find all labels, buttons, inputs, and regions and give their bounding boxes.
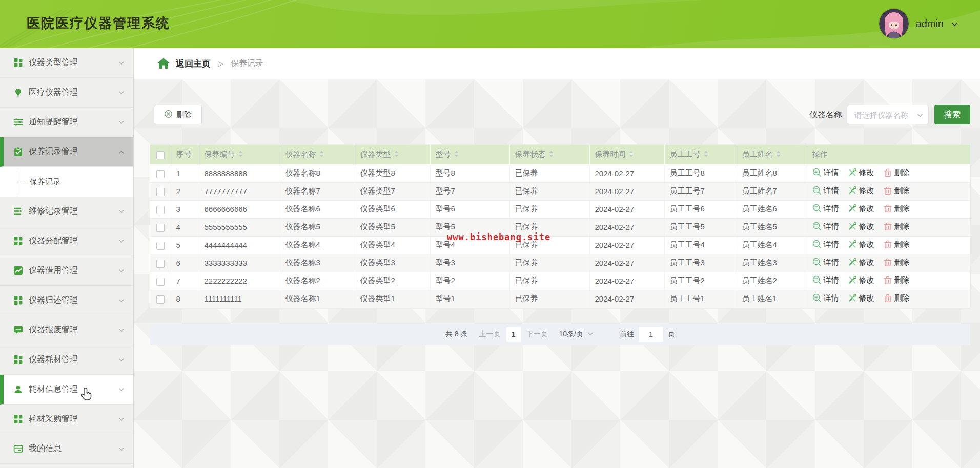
row-checkbox[interactable] <box>156 278 165 286</box>
row-action-detail[interactable]: 详情 <box>812 258 839 267</box>
cell-index: 7 <box>171 272 199 290</box>
content-area: 删除 仪器名称 搜索 序号保养编号仪器名称仪器类型型号保养状态保养时间员工工号员… <box>133 79 980 468</box>
pagination-next-button[interactable]: 下一页 <box>526 330 548 339</box>
row-checkbox[interactable] <box>156 295 165 304</box>
instrument-name-select[interactable] <box>847 105 929 124</box>
row-action-trash[interactable]: 删除 <box>883 293 910 303</box>
row-action-trash[interactable]: 删除 <box>883 168 910 178</box>
column-header[interactable]: 保养编号 <box>199 145 280 164</box>
page-size-select[interactable]: 10条/页 <box>559 330 594 339</box>
goto-page-input[interactable] <box>639 327 663 342</box>
row-action-label: 详情 <box>824 204 839 214</box>
sort-caret-icon[interactable] <box>394 150 399 158</box>
pagination-prev-button[interactable]: 上一页 <box>479 330 501 339</box>
row-action-edit[interactable]: 修改 <box>848 240 874 249</box>
watermark: www.bishebang.site <box>447 232 550 242</box>
sort-caret-icon[interactable] <box>454 150 459 158</box>
row-action-trash[interactable]: 删除 <box>883 204 910 214</box>
bulb-icon <box>13 88 23 98</box>
row-action-detail[interactable]: 详情 <box>812 293 839 303</box>
sidebar-item[interactable]: 仪器借用管理 <box>0 256 133 286</box>
table-row: 81111111111仪器名称1仪器类型1型号1已保养2024-02-27员工工… <box>150 290 970 308</box>
sidebar-item[interactable]: 通知提醒管理 <box>0 108 133 137</box>
breadcrumb-separator: ▷ <box>218 59 223 68</box>
row-action-trash[interactable]: 删除 <box>883 258 910 267</box>
row-action-label: 详情 <box>824 293 839 303</box>
row-checkbox[interactable] <box>156 242 165 250</box>
detail-icon <box>812 293 822 303</box>
row-action-trash[interactable]: 删除 <box>883 240 910 249</box>
column-header[interactable]: 型号 <box>430 145 509 164</box>
row-checkbox[interactable] <box>156 224 165 232</box>
row-action-edit[interactable]: 修改 <box>848 293 874 303</box>
row-checkbox[interactable] <box>156 188 165 196</box>
column-header-label: 序号 <box>176 150 192 158</box>
column-header[interactable]: 员工姓名 <box>737 145 807 164</box>
row-action-label: 详情 <box>824 275 839 285</box>
select-all-checkbox[interactable] <box>156 151 165 159</box>
user-icon <box>13 385 23 395</box>
sidebar-item-label: 仪器类型管理 <box>29 57 118 68</box>
row-action-detail[interactable]: 详情 <box>812 275 839 285</box>
column-header-label: 保养编号 <box>205 150 235 158</box>
sidebar-item-label: 医疗仪器管理 <box>29 87 118 98</box>
row-action-edit[interactable]: 修改 <box>848 186 874 196</box>
column-header[interactable]: 员工工号 <box>664 145 737 164</box>
row-action-detail[interactable]: 详情 <box>812 168 839 178</box>
row-checkbox[interactable] <box>156 206 165 214</box>
cell-code: 5555555555 <box>199 218 280 236</box>
sidebar-item[interactable]: 仪器归还管理 <box>0 286 133 315</box>
sidebar-item[interactable]: 仪器分配管理 <box>0 226 133 256</box>
sidebar-item[interactable]: 耗材采购管理 <box>0 405 133 434</box>
search-button[interactable]: 搜索 <box>934 105 970 124</box>
row-action-edit[interactable]: 修改 <box>848 275 874 285</box>
sidebar-item[interactable]: 仪器报废管理 <box>0 315 133 345</box>
row-action-detail[interactable]: 详情 <box>812 222 839 231</box>
cell-type: 仪器类型7 <box>355 182 430 200</box>
sort-caret-icon[interactable] <box>548 150 554 158</box>
sidebar-item[interactable]: 维修记录管理 <box>0 197 133 226</box>
row-action-edit[interactable]: 修改 <box>848 168 874 178</box>
sidebar-item[interactable]: 耗材信息管理 <box>0 375 133 405</box>
row-action-detail[interactable]: 详情 <box>812 204 839 214</box>
cell-name: 仪器名称1 <box>280 290 355 308</box>
column-header[interactable]: 仪器类型 <box>355 145 430 164</box>
row-action-detail[interactable]: 详情 <box>812 240 839 249</box>
row-actions-cell: 详情修改删除 <box>807 290 970 308</box>
column-header[interactable]: 仪器名称 <box>280 145 355 164</box>
sort-caret-icon[interactable] <box>775 150 781 158</box>
row-action-edit[interactable]: 修改 <box>848 204 874 214</box>
instrument-name-select-input[interactable] <box>853 110 916 120</box>
sort-caret-icon[interactable] <box>703 150 709 158</box>
sidebar-item-label: 仪器耗材管理 <box>29 354 118 365</box>
cell-status: 已保养 <box>509 164 589 182</box>
row-checkbox[interactable] <box>156 170 165 178</box>
row-action-detail[interactable]: 详情 <box>812 186 839 196</box>
row-checkbox-cell <box>150 236 171 254</box>
sidebar-subitem[interactable]: 保养记录 <box>0 167 133 197</box>
column-header[interactable]: 保养时间 <box>589 145 664 164</box>
avatar[interactable] <box>879 9 909 38</box>
sidebar-item[interactable]: 仪器耗材管理 <box>0 345 133 375</box>
edit-icon <box>848 240 857 249</box>
row-checkbox-cell <box>150 218 171 236</box>
sort-caret-icon[interactable] <box>238 150 243 158</box>
row-action-edit[interactable]: 修改 <box>848 258 874 267</box>
row-action-label: 删除 <box>894 240 910 249</box>
row-action-edit[interactable]: 修改 <box>848 222 874 231</box>
user-menu[interactable]: admin <box>879 9 958 38</box>
row-action-trash[interactable]: 删除 <box>883 222 910 231</box>
column-header[interactable]: 保养状态 <box>509 145 589 164</box>
pagination-page-1-button[interactable]: 1 <box>506 327 521 342</box>
sidebar-item[interactable]: 保养记录管理 <box>0 137 133 167</box>
sort-caret-icon[interactable] <box>319 150 324 158</box>
sidebar-item[interactable]: 医疗仪器管理 <box>0 78 133 108</box>
row-action-trash[interactable]: 删除 <box>883 275 910 285</box>
sort-caret-icon[interactable] <box>628 150 634 158</box>
sidebar-item[interactable]: 我的信息 <box>0 434 133 464</box>
row-action-trash[interactable]: 删除 <box>883 186 910 196</box>
row-checkbox[interactable] <box>156 260 165 268</box>
delete-button[interactable]: 删除 <box>154 105 202 124</box>
sidebar-item[interactable]: 仪器类型管理 <box>0 48 133 78</box>
breadcrumb-home-link[interactable]: 返回主页 <box>176 58 211 70</box>
